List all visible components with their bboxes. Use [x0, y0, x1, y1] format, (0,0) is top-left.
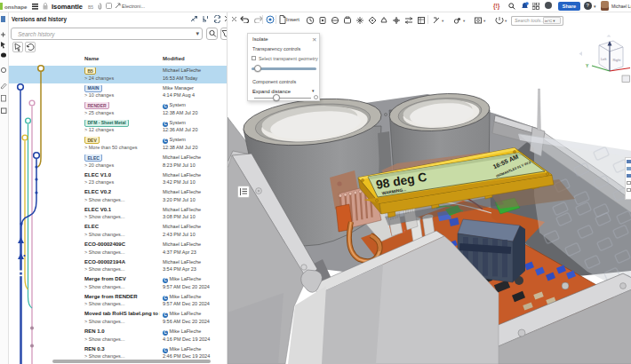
svg-text:Right: Right: [613, 59, 622, 62]
svg-text:Y: Y: [586, 63, 589, 68]
svg-text:Left: Left: [601, 58, 607, 61]
